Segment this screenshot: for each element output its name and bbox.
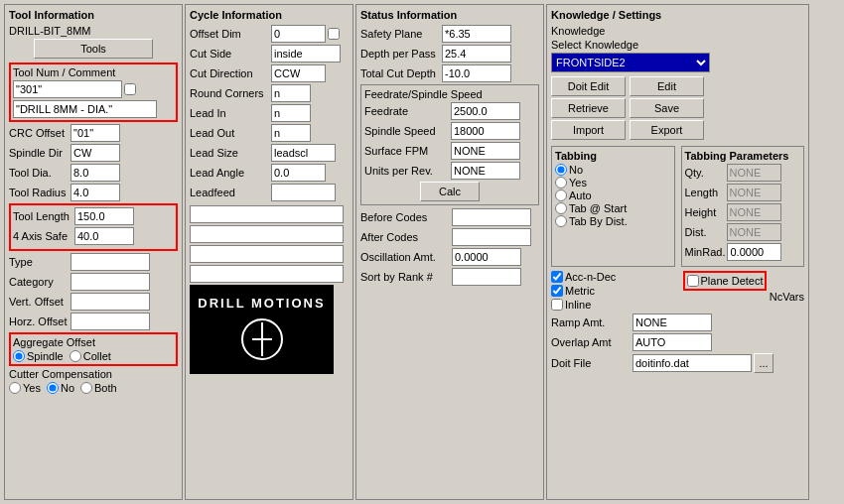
tab-yes-radio[interactable] — [555, 177, 567, 189]
inline-label: Inline — [551, 299, 673, 311]
tab-at-start-label: Tab @ Start — [555, 202, 671, 214]
cutter-both-radio[interactable] — [80, 382, 92, 394]
vert-offset-input[interactable] — [70, 293, 150, 311]
doit-file-input[interactable] — [633, 354, 752, 372]
cut-side-input[interactable] — [271, 45, 341, 63]
horz-offset-input[interactable] — [70, 313, 150, 330]
sort-by-rank-input[interactable] — [452, 268, 521, 286]
edit-button[interactable]: Edit — [630, 76, 704, 96]
safety-plane-row: Safety Plane — [360, 25, 539, 43]
cycle-extra4-input[interactable] — [190, 265, 344, 283]
tabbing-box: Tabbing No Yes Auto Tab @ Start — [551, 146, 675, 267]
length-label: Length — [685, 187, 725, 198]
round-corners-label: Round Corners — [190, 87, 269, 99]
after-codes-input[interactable] — [452, 228, 531, 246]
ramp-amt-input[interactable] — [633, 314, 712, 331]
acc-n-dec-label: Acc-n-Dec — [551, 271, 673, 283]
qty-row: Qty. — [685, 164, 801, 182]
offset-dim-checkbox[interactable] — [328, 28, 340, 40]
tool-num-input[interactable] — [13, 80, 122, 98]
tab-by-dist-label: Tab By Dist. — [555, 215, 671, 227]
type-input[interactable] — [70, 253, 150, 271]
collet-radio[interactable] — [70, 350, 81, 362]
plane-detect-highlight: Plane Detect — [683, 271, 768, 291]
oscillation-amt-row: Oscillation Amt. — [360, 248, 539, 266]
safety-plane-input[interactable] — [442, 25, 511, 43]
units-per-rev-input[interactable] — [451, 162, 520, 180]
tools-button[interactable]: Tools — [34, 39, 153, 59]
tab-at-start-radio[interactable] — [555, 202, 567, 214]
metric-checkbox[interactable] — [551, 285, 563, 297]
calc-button[interactable]: Calc — [420, 182, 480, 201]
vert-offset-row: Vert. Offset — [9, 293, 178, 311]
tool-radius-row: Tool Radius — [9, 184, 178, 201]
qty-label: Qty. — [685, 167, 725, 179]
overlap-amt-label: Overlap Amt — [551, 336, 631, 348]
doit-file-label: Doit File — [551, 357, 631, 369]
spindle-radio[interactable] — [13, 350, 25, 362]
lead-in-input[interactable] — [271, 104, 311, 122]
tool-length-label: Tool Length — [13, 210, 72, 222]
tool-radius-input[interactable] — [70, 184, 120, 201]
feedrate-label: Feedrate — [364, 105, 449, 117]
tab-no-label: No — [555, 164, 671, 176]
retrieve-button[interactable]: Retrieve — [551, 98, 626, 118]
import-button[interactable]: Import — [551, 120, 626, 140]
aggregate-offset-label: Aggregate Offset — [13, 336, 174, 348]
export-button[interactable]: Export — [630, 120, 704, 140]
dist-input[interactable] — [727, 223, 781, 241]
tool-comment-input[interactable] — [13, 100, 157, 118]
height-input[interactable] — [727, 203, 781, 221]
oscillation-amt-input[interactable] — [452, 248, 521, 266]
cycle-extra2-input[interactable] — [190, 225, 344, 243]
before-codes-row: Before Codes — [360, 208, 539, 226]
tab-auto-radio[interactable] — [555, 189, 567, 201]
units-per-rev-label: Units per Rev. — [364, 165, 449, 177]
qty-input[interactable] — [727, 164, 781, 182]
cutter-yes-radio[interactable] — [9, 382, 21, 394]
cut-direction-input[interactable] — [271, 64, 326, 82]
round-corners-input[interactable] — [271, 84, 311, 102]
tool-length-highlight: Tool Length 4 Axis Safe — [9, 203, 178, 251]
ncvars-label: NcVars — [683, 291, 805, 303]
inline-checkbox[interactable] — [551, 299, 563, 311]
length-input[interactable] — [727, 184, 781, 201]
feedrate-input[interactable] — [451, 102, 520, 120]
lead-size-input[interactable] — [271, 144, 336, 162]
tab-by-dist-radio[interactable] — [555, 215, 567, 227]
cutter-no-label: No — [61, 382, 74, 394]
tool-num-checkbox[interactable] — [124, 83, 136, 95]
minrad-input[interactable] — [727, 243, 781, 261]
offset-dim-input[interactable] — [271, 25, 326, 43]
knowledge-select[interactable]: FRONTSIDE2 — [551, 53, 710, 72]
crc-offset-input[interactable] — [70, 124, 120, 142]
category-row: Category — [9, 273, 178, 291]
overlap-amt-input[interactable] — [633, 333, 712, 351]
lead-angle-row: Lead Angle — [190, 164, 349, 182]
four-axis-input[interactable] — [74, 227, 134, 245]
plane-detect-checkbox[interactable] — [687, 275, 699, 287]
tool-dia-input[interactable] — [70, 164, 120, 182]
acc-n-dec-checkbox[interactable] — [551, 271, 563, 283]
total-cut-depth-input[interactable] — [442, 64, 511, 82]
browse-button[interactable]: ... — [754, 353, 774, 373]
depth-per-pass-input[interactable] — [442, 45, 511, 63]
cycle-extra3-input[interactable] — [190, 245, 344, 263]
spindle-label: Spindle — [27, 350, 64, 362]
surface-fpm-input[interactable] — [451, 142, 520, 160]
spindle-dir-input[interactable] — [70, 144, 120, 162]
lead-angle-input[interactable] — [271, 164, 326, 182]
spindle-speed-input[interactable] — [451, 122, 520, 140]
tab-by-dist-text: Tab By Dist. — [569, 215, 628, 227]
lead-out-input[interactable] — [271, 124, 311, 142]
drill-motions-display: DRILL MOTIONS — [190, 285, 334, 374]
tool-length-input[interactable] — [74, 207, 134, 225]
before-codes-input[interactable] — [452, 208, 531, 226]
doit-edit-button[interactable]: Doit Edit — [551, 76, 626, 96]
leadfeed-input[interactable] — [271, 184, 336, 201]
cutter-no-radio[interactable] — [47, 382, 59, 394]
cycle-extra1-input[interactable] — [190, 205, 344, 223]
category-input[interactable] — [70, 273, 150, 291]
save-button[interactable]: Save — [630, 98, 704, 118]
tab-no-radio[interactable] — [555, 164, 567, 176]
